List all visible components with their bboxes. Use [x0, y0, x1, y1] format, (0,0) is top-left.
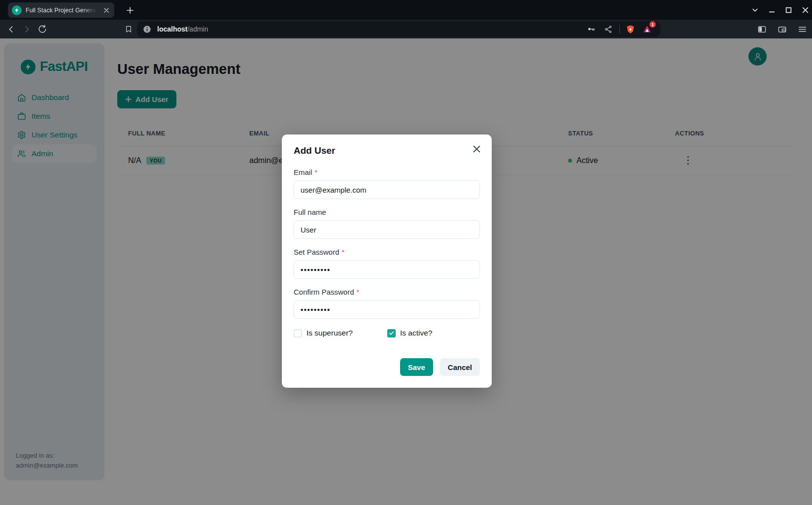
- full-name-field[interactable]: [294, 220, 480, 239]
- cancel-button[interactable]: Cancel: [440, 358, 480, 376]
- window-minimize-icon[interactable]: [768, 6, 776, 14]
- checkbox-row: Is superuser? Is active?: [294, 329, 480, 337]
- window-maximize-icon[interactable]: [785, 6, 792, 14]
- sidebar-panel-icon[interactable]: [755, 22, 769, 36]
- email-field[interactable]: [294, 180, 480, 199]
- tab-search-chevron-icon[interactable]: [751, 6, 759, 14]
- is-superuser-label: Is superuser?: [306, 329, 353, 337]
- url-host: localhost: [157, 25, 187, 33]
- back-icon[interactable]: [3, 22, 18, 36]
- url-bar[interactable]: localhost/admin 1: [137, 21, 660, 37]
- fastapi-favicon-icon: [12, 5, 22, 15]
- is-active-label: Is active?: [400, 329, 432, 337]
- set-password-field[interactable]: [294, 260, 480, 279]
- modal-footer: Save Cancel: [294, 358, 480, 376]
- save-button[interactable]: Save: [400, 358, 433, 376]
- rewards-badge: 1: [649, 21, 656, 28]
- url-text: localhost/admin: [157, 25, 208, 33]
- forward-icon[interactable]: [19, 22, 34, 36]
- is-active-checkbox[interactable]: [387, 329, 396, 337]
- required-asterisk: *: [342, 248, 345, 256]
- modal-close-icon[interactable]: [469, 141, 484, 156]
- brave-rewards-icon[interactable]: 1: [641, 23, 653, 35]
- confirm-password-field-label: Confirm Password *: [294, 288, 480, 296]
- full-name-field-label: Full name: [294, 208, 480, 216]
- confirm-password-field[interactable]: [294, 300, 480, 319]
- is-active-checkbox-group[interactable]: Is active?: [387, 329, 432, 337]
- required-asterisk: *: [315, 168, 318, 176]
- browser-tab[interactable]: Full Stack Project Genera: [8, 2, 114, 18]
- window-close-icon[interactable]: [802, 6, 809, 14]
- email-field-label: Email *: [294, 168, 480, 176]
- modal-title: Add User: [294, 145, 480, 156]
- page-viewport: FastAPI Dashboard Items User Settings: [0, 38, 812, 505]
- window-controls: [751, 0, 809, 20]
- divider: [619, 25, 620, 34]
- menu-hamburger-icon[interactable]: [795, 22, 809, 36]
- password-key-icon[interactable]: [585, 23, 598, 35]
- tab-close-icon[interactable]: [102, 6, 111, 15]
- is-superuser-checkbox[interactable]: [294, 329, 302, 337]
- set-password-field-label: Set Password *: [294, 248, 480, 256]
- share-icon[interactable]: [602, 23, 614, 35]
- toolbar-right: [755, 22, 809, 36]
- reload-icon[interactable]: [35, 22, 50, 36]
- site-info-icon[interactable]: [143, 25, 151, 34]
- new-tab-button[interactable]: [123, 3, 136, 17]
- add-user-modal: Add User Email * Full name Set Password …: [282, 135, 492, 388]
- browser-toolbar: localhost/admin 1: [0, 20, 812, 38]
- tab-title: Full Stack Project Genera: [26, 7, 98, 14]
- bookmark-icon[interactable]: [121, 22, 136, 36]
- url-path: /admin: [187, 25, 208, 33]
- brave-shield-icon[interactable]: [624, 23, 637, 35]
- is-superuser-checkbox-group[interactable]: Is superuser?: [294, 329, 387, 337]
- wallet-icon[interactable]: [775, 22, 789, 36]
- required-asterisk: *: [357, 288, 360, 296]
- browser-tabstrip: Full Stack Project Genera: [0, 0, 812, 20]
